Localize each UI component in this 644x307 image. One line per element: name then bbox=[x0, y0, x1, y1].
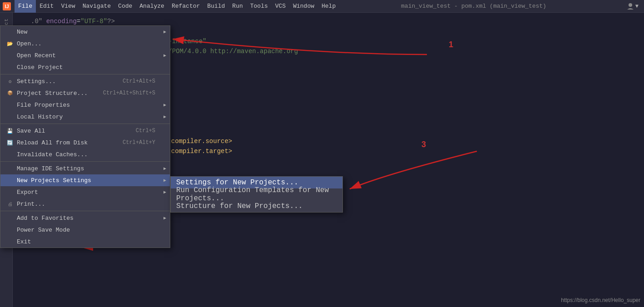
menu-refactor[interactable]: Refactor bbox=[168, 0, 203, 13]
annotation-1: 1 bbox=[449, 40, 453, 50]
print-icon: 🖨 bbox=[6, 201, 14, 207]
menu-edit[interactable]: Edit bbox=[36, 0, 57, 13]
menu-navigate[interactable]: Navigate bbox=[79, 0, 114, 13]
menu-item-project-structure[interactable]: 📦 Project Structure... Ctrl+Alt+Shift+S bbox=[0, 87, 170, 99]
separator-2 bbox=[0, 124, 170, 124]
user-icon[interactable]: ▼ bbox=[626, 2, 642, 10]
menu-vcs[interactable]: VCS bbox=[272, 0, 289, 13]
menu-item-invalidate-caches[interactable]: Invalidate Caches... bbox=[0, 149, 170, 160]
new-projects-submenu: Settings for New Projects... Run Configu… bbox=[170, 176, 343, 213]
separator-3 bbox=[0, 161, 170, 162]
menu-window[interactable]: Window bbox=[289, 0, 318, 13]
menu-code[interactable]: Code bbox=[114, 0, 136, 13]
file-dropdown-menu: New 📂 Open... Open Recent Close Project … bbox=[0, 25, 170, 248]
reload-icon: 🔄 bbox=[6, 140, 14, 146]
svg-text:IJ: IJ bbox=[5, 4, 9, 9]
menu-item-file-properties[interactable]: File Properties bbox=[0, 99, 170, 111]
menu-file[interactable]: File bbox=[15, 0, 36, 13]
menu-view[interactable]: View bbox=[57, 0, 79, 13]
menu-item-exit[interactable]: Exit bbox=[0, 236, 170, 248]
menu-item-local-history[interactable]: Local History bbox=[0, 111, 170, 123]
save-icon: 💾 bbox=[6, 128, 14, 134]
menu-item-power-save[interactable]: Power Save Mode bbox=[0, 224, 170, 236]
menubar: IJ File Edit View Navigate Code Analyze … bbox=[0, 0, 644, 13]
separator-4 bbox=[0, 211, 170, 211]
annotation-3: 3 bbox=[421, 140, 426, 149]
project-structure-icon: 📦 bbox=[6, 90, 14, 96]
separator-1 bbox=[0, 74, 170, 74]
open-icon: 📂 bbox=[6, 41, 14, 47]
menu-item-new[interactable]: New bbox=[0, 26, 170, 38]
menu-item-close-project[interactable]: Close Project bbox=[0, 61, 170, 73]
menu-item-reload[interactable]: 🔄 Reload All from Disk Ctrl+Alt+Y bbox=[0, 137, 170, 149]
menu-analyze[interactable]: Analyze bbox=[136, 0, 168, 13]
menu-help[interactable]: Help bbox=[318, 0, 339, 13]
submenu-item-run-config[interactable]: Run Configuration Templates for New Proj… bbox=[171, 188, 342, 200]
menu-item-open[interactable]: 📂 Open... bbox=[0, 38, 170, 50]
menu-item-export[interactable]: Export bbox=[0, 186, 170, 198]
settings-icon: ⚙ bbox=[6, 79, 14, 84]
svg-point-2 bbox=[629, 3, 632, 7]
menu-item-favorites[interactable]: Add to Favorites bbox=[0, 212, 170, 224]
menu-item-print[interactable]: 🖨 Print... bbox=[0, 198, 170, 210]
menu-item-manage-ide[interactable]: Manage IDE Settings bbox=[0, 163, 170, 174]
menu-item-settings[interactable]: ⚙ Settings... Ctrl+Alt+S bbox=[0, 75, 170, 87]
website-link: https://blog.csdn.net/Hello_super bbox=[561, 297, 640, 303]
menu-run[interactable]: Run bbox=[228, 0, 246, 13]
window-title: main_view_test - pom.xml (main_view_test… bbox=[401, 3, 565, 10]
app-logo: IJ bbox=[2, 1, 12, 11]
menu-item-new-projects-settings[interactable]: New Projects Settings bbox=[0, 174, 170, 186]
menu-item-save-all[interactable]: 💾 Save All Ctrl+S bbox=[0, 125, 170, 137]
menu-build[interactable]: Build bbox=[203, 0, 228, 13]
editor-area: Project 11 12 13 14 .0" encoding="UTF-8"… bbox=[0, 13, 644, 307]
menu-tools[interactable]: Tools bbox=[247, 0, 272, 13]
menu-item-open-recent[interactable]: Open Recent bbox=[0, 50, 170, 61]
